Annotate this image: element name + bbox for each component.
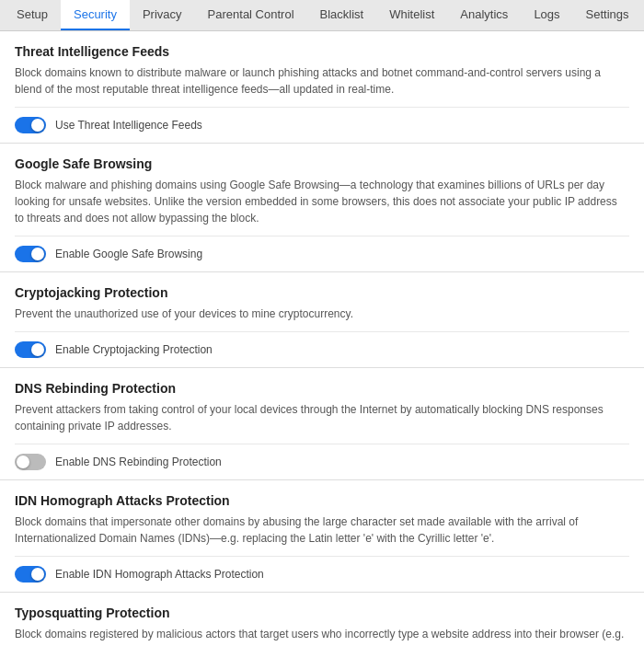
tab-whitelist[interactable]: Whitelist bbox=[376, 0, 447, 30]
section-idn-homograph: IDN Homograph Attacks ProtectionBlock do… bbox=[0, 480, 644, 593]
tab-privacy[interactable]: Privacy bbox=[130, 0, 195, 30]
section-cryptojacking: Cryptojacking ProtectionPrevent the unau… bbox=[0, 272, 644, 368]
toggle-label-google-safe-browsing: Enable Google Safe Browsing bbox=[55, 248, 202, 260]
section-title-typosquatting: Typosquatting Protection bbox=[15, 606, 629, 620]
toggle-threat-intelligence[interactable] bbox=[15, 117, 46, 133]
section-google-safe-browsing: Google Safe BrowsingBlock malware and ph… bbox=[0, 144, 644, 272]
toggle-google-safe-browsing[interactable] bbox=[15, 246, 46, 262]
tab-bar: SetupSecurityPrivacyParental ControlBlac… bbox=[0, 0, 644, 31]
toggle-label-cryptojacking: Enable Cryptojacking Protection bbox=[55, 343, 213, 356]
section-threat-intelligence: Threat Intelligence FeedsBlock domains k… bbox=[0, 31, 644, 144]
main-content: Threat Intelligence FeedsBlock domains k… bbox=[0, 31, 644, 646]
section-typosquatting: Typosquatting ProtectionBlock domains re… bbox=[0, 593, 644, 646]
toggle-dns-rebinding[interactable] bbox=[15, 454, 46, 470]
tab-security[interactable]: Security bbox=[61, 0, 130, 30]
toggle-label-threat-intelligence: Use Threat Intelligence Feeds bbox=[55, 119, 202, 132]
toggle-row-idn-homograph: Enable IDN Homograph Attacks Protection bbox=[15, 556, 629, 592]
toggle-cryptojacking[interactable] bbox=[15, 341, 46, 358]
tab-parental-control[interactable]: Parental Control bbox=[195, 0, 307, 30]
section-desc-typosquatting: Block domains registered by malicious ac… bbox=[15, 626, 629, 646]
section-desc-threat-intelligence: Block domains known to distribute malwar… bbox=[15, 64, 629, 98]
section-title-dns-rebinding: DNS Rebinding Protection bbox=[15, 381, 629, 396]
toggle-row-cryptojacking: Enable Cryptojacking Protection bbox=[15, 331, 629, 367]
toggle-idn-homograph[interactable] bbox=[15, 566, 46, 583]
section-title-threat-intelligence: Threat Intelligence Feeds bbox=[15, 44, 629, 59]
toggle-label-idn-homograph: Enable IDN Homograph Attacks Protection bbox=[55, 568, 264, 581]
tab-settings[interactable]: Settings bbox=[573, 0, 642, 30]
section-title-google-safe-browsing: Google Safe Browsing bbox=[15, 156, 629, 171]
toggle-row-dns-rebinding: Enable DNS Rebinding Protection bbox=[15, 444, 629, 479]
tab-blacklist[interactable]: Blacklist bbox=[307, 0, 377, 30]
toggle-row-google-safe-browsing: Enable Google Safe Browsing bbox=[15, 236, 629, 271]
section-desc-google-safe-browsing: Block malware and phishing domains using… bbox=[15, 177, 629, 226]
section-desc-dns-rebinding: Prevent attackers from taking control of… bbox=[15, 401, 629, 434]
section-desc-cryptojacking: Prevent the unauthorized use of your dev… bbox=[15, 306, 629, 322]
tab-analytics[interactable]: Analytics bbox=[447, 0, 521, 30]
section-title-idn-homograph: IDN Homograph Attacks Protection bbox=[15, 493, 629, 508]
tab-logs[interactable]: Logs bbox=[521, 0, 572, 30]
tab-setup[interactable]: Setup bbox=[4, 0, 61, 30]
section-desc-idn-homograph: Block domains that impersonate other dom… bbox=[15, 513, 629, 547]
toggle-row-threat-intelligence: Use Threat Intelligence Feeds bbox=[15, 107, 629, 143]
section-title-cryptojacking: Cryptojacking Protection bbox=[15, 285, 629, 300]
toggle-label-dns-rebinding: Enable DNS Rebinding Protection bbox=[55, 456, 222, 468]
section-dns-rebinding: DNS Rebinding ProtectionPrevent attacker… bbox=[0, 368, 644, 480]
